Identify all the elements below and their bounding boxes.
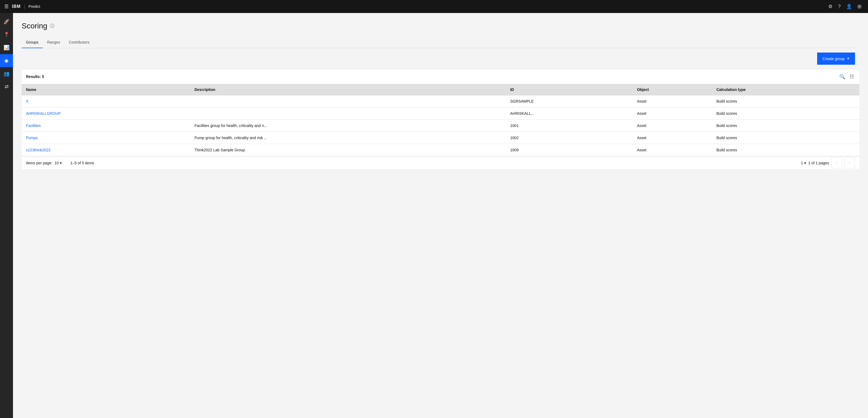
cell-name: Pumps bbox=[22, 132, 190, 144]
sidebar-item-scoring[interactable]: ◉ bbox=[0, 54, 13, 67]
ibm-logo: IBM bbox=[12, 4, 21, 9]
cell-description: Pump group for health, criticality and r… bbox=[190, 132, 506, 144]
column-header-id: ID bbox=[506, 84, 633, 95]
settings-icon[interactable]: ⚙ bbox=[826, 1, 835, 12]
items-per-page-label: Items per page: bbox=[26, 161, 52, 165]
table-container: Results: 5 🔍 ☷ Name Description ID Objec… bbox=[22, 69, 859, 169]
cell-description: Facilities group for health, criticality… bbox=[190, 120, 506, 132]
cell-object: Asset bbox=[632, 108, 712, 120]
table-actions: 🔍 ☷ bbox=[838, 72, 855, 81]
cell-description: Think2022 Lab Sample Group bbox=[190, 144, 506, 156]
cell-name: s123think2022 bbox=[22, 144, 190, 156]
cell-calculation-type: Build scores bbox=[712, 120, 859, 132]
groups-table: Name Description ID Object Calculation t… bbox=[22, 84, 859, 156]
page-title-row: Scoring ⓘ bbox=[22, 22, 859, 30]
results-count: Results: 5 bbox=[26, 74, 44, 79]
cell-id: AHRISKALL... bbox=[506, 108, 633, 120]
items-per-page-chevron-icon: ▾ bbox=[60, 161, 62, 165]
cell-id: 1009 bbox=[506, 144, 633, 156]
tab-groups[interactable]: Groups bbox=[22, 37, 43, 48]
sidebar-item-flow[interactable]: ⇄ bbox=[0, 80, 13, 93]
pagination-right: 1 ▾ 1 of 1 pages ‹ › bbox=[801, 157, 855, 169]
group-name-link[interactable]: AHRISKALLGROUP bbox=[26, 111, 61, 116]
info-icon[interactable]: ⓘ bbox=[50, 23, 54, 29]
column-header-name: Name bbox=[22, 84, 190, 95]
cell-description bbox=[190, 108, 506, 120]
create-group-plus-icon: + bbox=[847, 56, 849, 61]
tab-contributors[interactable]: Contributors bbox=[64, 37, 94, 48]
group-name-link[interactable]: Pumps bbox=[26, 136, 38, 140]
cell-name: X bbox=[22, 95, 190, 108]
cell-object: Asset bbox=[632, 120, 712, 132]
next-page-icon: › bbox=[849, 160, 850, 166]
cell-object: Asset bbox=[632, 132, 712, 144]
column-header-calculation-type: Calculation type bbox=[712, 84, 859, 95]
cell-object: Asset bbox=[632, 144, 712, 156]
cell-calculation-type: Build scores bbox=[712, 108, 859, 120]
hamburger-menu-icon[interactable]: ☰ bbox=[4, 3, 9, 9]
cell-name: Facilities bbox=[22, 120, 190, 132]
group-name-link[interactable]: X bbox=[26, 99, 28, 103]
current-page-value: 1 bbox=[801, 161, 803, 165]
cell-id: SGRSAMPLE bbox=[506, 95, 633, 108]
cell-calculation-type: Build scores bbox=[712, 144, 859, 156]
cell-calculation-type: Build scores bbox=[712, 132, 859, 144]
cell-name: AHRISKALLGROUP bbox=[22, 108, 190, 120]
page-title: Scoring bbox=[22, 22, 48, 30]
cell-id: 1001 bbox=[506, 120, 633, 132]
page-select[interactable]: 1 ▾ bbox=[801, 161, 806, 165]
pagination-range: 1–5 of 5 items bbox=[70, 161, 94, 165]
app-name: Predict bbox=[28, 4, 40, 9]
tab-ranges[interactable]: Ranges bbox=[43, 37, 64, 48]
cell-description bbox=[190, 95, 506, 108]
items-per-page-select[interactable]: 10 ▾ bbox=[54, 161, 62, 165]
cell-calculation-type: Build scores bbox=[712, 95, 859, 108]
table-row: AHRISKALLGROUPAHRISKALL...AssetBuild sco… bbox=[22, 108, 859, 120]
columns-icon[interactable]: ☷ bbox=[848, 72, 855, 81]
top-navigation: ☰ IBM | Predict ⚙ ? 👤 ⊞ bbox=[0, 0, 868, 13]
search-icon[interactable]: 🔍 bbox=[838, 72, 846, 81]
next-page-button[interactable]: › bbox=[844, 157, 855, 169]
create-group-button[interactable]: Create group + bbox=[817, 53, 855, 65]
column-header-description: Description bbox=[190, 84, 506, 95]
pagination-left: Items per page: 10 ▾ 1–5 of 5 items bbox=[26, 161, 94, 165]
tabs-container: Groups Ranges Contributors bbox=[22, 37, 859, 48]
previous-page-button[interactable]: ‹ bbox=[831, 157, 842, 169]
apps-icon[interactable]: ⊞ bbox=[855, 1, 864, 12]
table-row: PumpsPump group for health, criticality … bbox=[22, 132, 859, 144]
main-content: Scoring ⓘ Groups Ranges Contributors Cre… bbox=[13, 13, 868, 418]
table-header-row: Name Description ID Object Calculation t… bbox=[22, 84, 859, 95]
group-name-link[interactable]: s123think2022 bbox=[26, 148, 51, 152]
sidebar-item-location[interactable]: 📍 bbox=[0, 28, 13, 41]
total-pages-text: 1 of 1 pages bbox=[808, 161, 829, 165]
group-name-link[interactable]: Facilities bbox=[26, 123, 40, 128]
sidebar: 🚀 📍 📊 ◉ 👥 ⇄ bbox=[0, 13, 13, 418]
page-select-chevron-icon: ▾ bbox=[804, 161, 806, 165]
cell-object: Asset bbox=[632, 95, 712, 108]
table-row: FacilitiesFacilities group for health, c… bbox=[22, 120, 859, 132]
toolbar-row: Create group + bbox=[22, 48, 859, 69]
help-icon[interactable]: ? bbox=[836, 2, 843, 12]
create-group-label: Create group bbox=[823, 57, 845, 61]
results-row: Results: 5 🔍 ☷ bbox=[22, 69, 859, 84]
topnav-right-icons: ⚙ ? 👤 ⊞ bbox=[826, 1, 864, 12]
nav-divider: | bbox=[24, 4, 25, 9]
items-per-page-value: 10 bbox=[54, 161, 59, 165]
user-icon[interactable]: 👤 bbox=[844, 1, 854, 12]
prev-page-icon: ‹ bbox=[836, 160, 837, 166]
cell-id: 1002 bbox=[506, 132, 633, 144]
sidebar-item-monitor[interactable]: 📊 bbox=[0, 41, 13, 54]
sidebar-item-people[interactable]: 👥 bbox=[0, 67, 13, 80]
pagination-row: Items per page: 10 ▾ 1–5 of 5 items 1 ▾ … bbox=[22, 156, 859, 169]
column-header-object: Object bbox=[632, 84, 712, 95]
table-row: XSGRSAMPLEAssetBuild scores bbox=[22, 95, 859, 108]
table-row: s123think2022Think2022 Lab Sample Group1… bbox=[22, 144, 859, 156]
sidebar-item-rocket[interactable]: 🚀 bbox=[0, 15, 13, 28]
